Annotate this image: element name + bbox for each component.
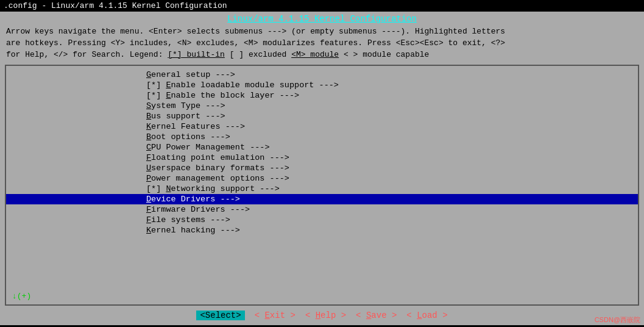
legend-excluded: [ ] excluded — [230, 50, 287, 59]
load-button-label[interactable]: < Load > — [406, 311, 447, 320]
load-rest: oad > — [422, 311, 448, 320]
menu-item-0[interactable]: General setup ---> — [6, 70, 638, 80]
menu-item-7[interactable]: CPU Power Management ---> — [6, 142, 638, 153]
instructions-line2: are hotkeys. Pressing <Y> includes, <N> … — [6, 38, 638, 49]
menu-box: General setup --->[*] Enable loadable mo… — [5, 65, 639, 306]
help-hotkey: H — [316, 311, 320, 320]
bottom-bar: <Select> < Exit > < Help > < Save > < Lo… — [5, 307, 639, 323]
legend-module: <M> module — [291, 50, 339, 59]
title-text: .config - Linux/arm 4.1.15 Kernel Config… — [4, 1, 227, 10]
scroll-indicator: ↓(+) — [12, 292, 31, 301]
title-bar: .config - Linux/arm 4.1.15 Kernel Config… — [0, 0, 644, 12]
menu-item-13[interactable]: Firmware Drivers ---> — [6, 204, 638, 215]
menu-item-2[interactable]: [*] Enable the block layer ---> — [6, 90, 638, 101]
instructions-line3: for Help, </> for Search. Legend: [*] bu… — [6, 49, 638, 61]
help-button-label[interactable]: < Help > — [305, 311, 346, 320]
instructions: Arrow keys navigate the menu. <Enter> se… — [5, 26, 639, 61]
help-bracket-l: < — [305, 311, 316, 320]
exit-hotkey: E — [264, 311, 269, 320]
help-rest: elp > — [320, 311, 346, 320]
menu-item-5[interactable]: Kernel Features ---> — [6, 121, 638, 132]
save-rest: ave > — [371, 311, 397, 320]
menu-item-8[interactable]: Floating point emulation ---> — [6, 153, 638, 163]
instructions-line1: Arrow keys navigate the menu. <Enter> se… — [6, 26, 638, 38]
menu-item-14[interactable]: File systems ---> — [6, 215, 638, 225]
load-bracket-l: < — [406, 311, 417, 320]
legend-sep2 — [286, 50, 291, 59]
menu-item-11[interactable]: [*] Networking support ---> — [6, 184, 638, 194]
exit-rest: xit > — [270, 311, 295, 320]
main-container: Linux/arm 4.1.15 Kernel Configuration Ar… — [0, 12, 644, 325]
menu-item-12[interactable]: Device Drivers ---> — [6, 194, 638, 204]
menu-item-9[interactable]: Userspace binary formats ---> — [6, 163, 638, 173]
save-bracket-l: < — [356, 311, 366, 320]
legend-capable: < > module capable — [344, 50, 429, 59]
menu-item-6[interactable]: Boot options ---> — [6, 132, 638, 142]
legend-builtin: [*] built-in — [168, 50, 225, 59]
menu-items: General setup --->[*] Enable loadable mo… — [6, 70, 638, 235]
menu-item-10[interactable]: Power management options ---> — [6, 173, 638, 184]
legend-sep3 — [339, 50, 344, 59]
exit-button-label[interactable]: < Exit > — [255, 311, 295, 320]
exit-bracket-l: < — [255, 311, 265, 320]
instructions-line3-pre: for Help, </> for Search. Legend: — [6, 50, 168, 59]
menu-item-15[interactable]: Kernel hacking ---> — [6, 225, 638, 235]
load-hotkey: L — [417, 311, 422, 320]
menu-item-3[interactable]: System Type ---> — [6, 101, 638, 111]
menu-item-1[interactable]: [*] Enable loadable module support ---> — [6, 80, 638, 90]
legend-sep1 — [225, 50, 230, 59]
select-button[interactable]: <Select> — [196, 311, 244, 320]
dialog-title: Linux/arm 4.1.15 Kernel Configuration — [5, 14, 639, 24]
watermark: CSDN@西嵌院 — [595, 315, 640, 325]
save-button-label[interactable]: < Save > — [356, 311, 397, 320]
menu-item-4[interactable]: Bus support ---> — [6, 111, 638, 121]
